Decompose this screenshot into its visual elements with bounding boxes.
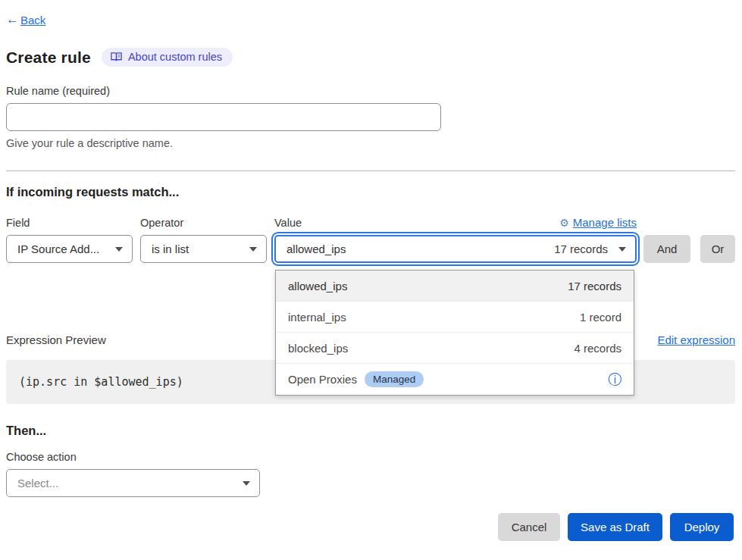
list-option-name: internal_ips — [288, 311, 346, 324]
action-select-placeholder: Select... — [17, 477, 235, 490]
about-custom-rules-link[interactable]: About custom rules — [102, 48, 233, 67]
condition-row: Field IP Source Add... Operator is in li… — [6, 216, 735, 263]
operator-label: Operator — [140, 217, 267, 229]
back-link[interactable]: ← Back — [6, 12, 735, 27]
field-select-value: IP Source Add... — [17, 242, 108, 255]
book-icon — [111, 52, 122, 62]
expression-preview-label: Expression Preview — [6, 333, 106, 346]
back-link-label[interactable]: Back — [20, 14, 45, 27]
expression-code: (ip.src in $allowed_ips) — [19, 375, 183, 389]
value-select-records: 17 records — [554, 242, 608, 255]
choose-action-label: Choose action — [6, 451, 735, 463]
operator-select[interactable]: is in list — [140, 235, 267, 263]
manage-lists-label[interactable]: Manage lists — [573, 216, 637, 229]
field-select[interactable]: IP Source Add... — [6, 235, 133, 263]
match-section-heading: If incoming requests match... — [6, 185, 735, 199]
edit-expression-link[interactable]: Edit expression — [657, 333, 735, 346]
rule-name-helper: Give your rule a descriptive name. — [6, 137, 735, 149]
about-custom-rules-label: About custom rules — [128, 51, 222, 63]
create-rule-page: ← Back Create rule About custom rules Ru… — [0, 0, 742, 560]
title-row: Create rule About custom rules — [6, 48, 735, 67]
list-option-name: Open Proxies — [288, 373, 357, 386]
chevron-down-icon — [618, 247, 626, 252]
list-option-internal-ips[interactable]: internal_ips 1 record — [276, 302, 634, 333]
info-icon[interactable]: ⓘ — [608, 373, 621, 386]
then-section-heading: Then... — [6, 424, 735, 438]
list-option-allowed-ips[interactable]: allowed_ips 17 records — [276, 271, 634, 302]
or-button[interactable]: Or — [700, 235, 735, 263]
page-title: Create rule — [6, 48, 91, 67]
value-select-value: allowed_ips — [286, 242, 554, 255]
list-option-open-proxies[interactable]: Open Proxies Managed ⓘ — [276, 364, 634, 395]
cancel-button[interactable]: Cancel — [498, 513, 560, 541]
chevron-down-icon — [243, 481, 250, 486]
chevron-down-icon — [115, 247, 123, 252]
chevron-down-icon — [249, 247, 257, 252]
action-select[interactable]: Select... — [6, 469, 260, 497]
save-as-draft-button[interactable]: Save as Draft — [568, 513, 662, 541]
field-label: Field — [6, 217, 133, 229]
deploy-button[interactable]: Deploy — [670, 513, 734, 541]
list-option-records: 17 records — [568, 280, 621, 293]
list-option-records: 4 records — [574, 342, 621, 355]
manage-lists-link[interactable]: ⚙ Manage lists — [559, 216, 637, 229]
lists-dropdown: allowed_ips 17 records internal_ips 1 re… — [275, 270, 634, 396]
value-label: Value — [274, 217, 302, 229]
rule-name-label: Rule name (required) — [6, 85, 735, 97]
back-arrow-icon: ← — [6, 12, 19, 27]
operator-select-value: is in list — [152, 242, 242, 255]
footer-actions: Cancel Save as Draft Deploy — [6, 513, 735, 541]
list-option-records: 1 record — [580, 311, 621, 324]
section-divider — [6, 171, 735, 171]
gear-icon: ⚙ — [559, 217, 569, 229]
list-option-name: blocked_ips — [288, 342, 348, 355]
list-option-name: allowed_ips — [288, 280, 347, 293]
value-select[interactable]: allowed_ips 17 records — [274, 235, 637, 263]
managed-badge: Managed — [365, 371, 424, 387]
rule-name-input[interactable] — [6, 103, 441, 131]
and-button[interactable]: And — [643, 235, 690, 263]
list-option-blocked-ips[interactable]: blocked_ips 4 records — [276, 333, 634, 364]
